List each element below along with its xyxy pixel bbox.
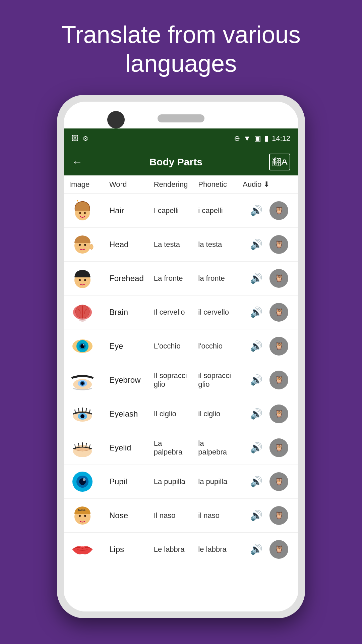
rendering-eyebrow2: glio <box>154 380 198 389</box>
phone-screen: 🖼 ⚙ ⊖ ▼ ▣ ▮ 14:12 ← Body Parts 翻A Image … <box>64 102 298 611</box>
rendering-eye: L'occhio <box>154 342 198 351</box>
svg-point-6 <box>90 244 93 250</box>
audio-button-brain[interactable]: 🔊 <box>243 306 269 318</box>
word-forehead: Forehead <box>109 274 154 283</box>
time-display: 14:12 <box>272 134 290 143</box>
audio-button-hair[interactable]: 🔊 <box>243 205 269 216</box>
svg-point-11 <box>79 318 86 322</box>
word-image-brain <box>69 299 96 326</box>
table-row: Forehead La fronte la fronte 🔊 🦉 <box>64 262 298 296</box>
owl-button-pupil[interactable]: 🦉 <box>269 472 288 491</box>
download-all-icon[interactable]: ⬇ <box>263 180 269 189</box>
svg-point-2 <box>84 212 86 214</box>
rendering-head: La testa <box>154 240 198 249</box>
svg-point-5 <box>84 244 86 246</box>
audio-button-pupil[interactable]: 🔊 <box>243 476 269 487</box>
audio-button-nose[interactable]: 🔊 <box>243 509 269 521</box>
rendering-nose: Il naso <box>154 511 198 520</box>
audio-button-head[interactable]: 🔊 <box>243 238 269 250</box>
table-row: Lips Le labbra le labbra 🔊 🦉 <box>64 533 298 566</box>
word-image-eyebrow <box>69 367 96 393</box>
settings-icon: ⚙ <box>82 135 88 143</box>
owl-button-forehead[interactable]: 🦉 <box>269 269 288 288</box>
rendering-eyelid2: palpebra <box>154 448 198 457</box>
minus-circle-icon: ⊖ <box>234 134 240 143</box>
owl-button-lips[interactable]: 🦉 <box>269 540 288 559</box>
svg-point-40 <box>79 515 81 517</box>
audio-button-eye[interactable]: 🔊 <box>243 340 269 352</box>
svg-point-4 <box>79 244 81 246</box>
rendering-lips: Le labbra <box>154 545 198 554</box>
col-rendering: Rendering <box>154 180 198 189</box>
svg-point-38 <box>83 478 85 481</box>
owl-button-nose[interactable]: 🦉 <box>269 506 288 525</box>
speaker <box>158 114 204 122</box>
rendering-eyebrow: Il sopracci <box>154 371 198 380</box>
camera <box>107 111 125 128</box>
phonetic-hair: i capelli <box>198 206 243 215</box>
rendering-eyelash: Il ciglio <box>154 410 198 418</box>
col-word: Word <box>109 180 154 189</box>
svg-point-16 <box>83 344 84 345</box>
word-image-forehead <box>69 265 96 292</box>
audio-button-eyelid[interactable]: 🔊 <box>243 442 269 453</box>
audio-button-eyelash[interactable]: 🔊 <box>243 408 269 420</box>
svg-point-28 <box>80 414 84 418</box>
owl-button-eyebrow[interactable]: 🦉 <box>269 371 288 389</box>
word-image-eyelid <box>69 434 96 461</box>
word-brain: Brain <box>109 308 154 317</box>
audio-button-lips[interactable]: 🔊 <box>243 543 269 555</box>
audio-button-eyebrow[interactable]: 🔊 <box>243 374 269 386</box>
table-row: Brain Il cervello il cervello 🔊 🦉 <box>64 296 298 329</box>
owl-button-head[interactable]: 🦉 <box>269 235 288 254</box>
status-bar: 🖼 ⚙ ⊖ ▼ ▣ ▮ 14:12 <box>64 128 298 149</box>
col-phonetic: Phonetic <box>198 180 243 189</box>
rendering-brain: Il cervello <box>154 308 198 317</box>
word-image-pupil <box>69 468 96 495</box>
phonetic-eyelid-cell: la palpebra <box>198 439 243 457</box>
app-toolbar: ← Body Parts 翻A <box>64 149 298 175</box>
status-right-icons: ⊖ ▼ ▣ ▮ 14:12 <box>234 134 290 143</box>
rendering-eyebrow-cell: Il sopracci glio <box>154 371 198 389</box>
table-row: Pupil La pupilla la pupilla 🔊 🦉 <box>64 465 298 499</box>
owl-button-eyelash[interactable]: 🦉 <box>269 405 288 423</box>
vocab-list: Hair I capelli i capelli 🔊 🦉 <box>64 194 298 611</box>
table-row: Hair I capelli i capelli 🔊 🦉 <box>64 194 298 228</box>
word-pupil: Pupil <box>109 477 154 486</box>
word-image-nose: Nose <box>69 502 96 529</box>
translate-icon[interactable]: 翻A <box>269 154 290 170</box>
phonetic-head: la testa <box>198 240 243 249</box>
svg-point-1 <box>79 212 81 214</box>
table-row: Eyebrow Il sopracci glio il sopracci gli… <box>64 363 298 397</box>
word-image-eye <box>69 333 96 360</box>
table-row: Head La testa la testa 🔊 🦉 <box>64 228 298 262</box>
back-button[interactable]: ← <box>72 156 82 168</box>
rendering-eyelid: La <box>154 439 198 448</box>
svg-text:Nose: Nose <box>78 508 85 512</box>
word-eyelash: Eyelash <box>109 409 154 419</box>
word-image-lips <box>69 536 96 563</box>
col-extra <box>269 180 293 189</box>
image-icon: 🖼 <box>72 135 78 142</box>
owl-button-eye[interactable]: 🦉 <box>269 337 288 356</box>
phonetic-eyelid: la <box>198 439 243 448</box>
owl-button-eyelid[interactable]: 🦉 <box>269 438 288 457</box>
word-eyelid: Eyelid <box>109 443 154 452</box>
phonetic-eyebrow2: glio <box>198 380 243 389</box>
table-header: Image Word Rendering Phonetic Audio ⬇ <box>64 175 298 194</box>
rendering-forehead: La fronte <box>154 274 198 283</box>
owl-button-hair[interactable]: 🦉 <box>269 201 288 220</box>
phonetic-brain: il cervello <box>198 308 243 317</box>
svg-point-8 <box>79 279 81 281</box>
phonetic-lips: le labbra <box>198 545 243 554</box>
signal-icon: ▣ <box>254 134 261 143</box>
owl-button-brain[interactable]: 🦉 <box>269 303 288 322</box>
phonetic-forehead: la fronte <box>198 274 243 283</box>
status-left-icons: 🖼 ⚙ <box>72 135 88 143</box>
audio-button-forehead[interactable]: 🔊 <box>243 272 269 284</box>
word-lips: Lips <box>109 545 154 554</box>
word-nose: Nose <box>109 511 154 520</box>
phone-frame: 🖼 ⚙ ⊖ ▼ ▣ ▮ 14:12 ← Body Parts 翻A Image … <box>57 95 305 618</box>
col-image: Image <box>69 180 109 189</box>
word-eyebrow: Eyebrow <box>109 375 154 385</box>
